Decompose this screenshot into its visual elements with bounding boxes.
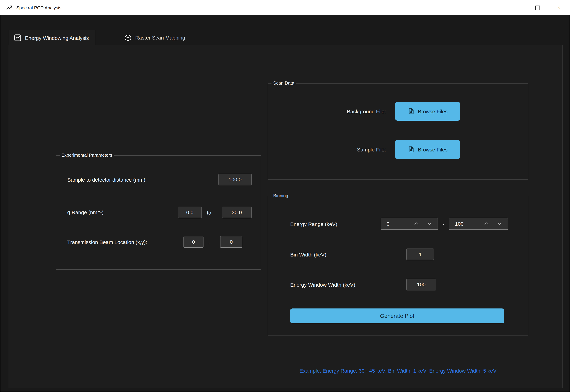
sample-file-label: Sample File: — [289, 140, 386, 159]
tab-label: Energy Windowing Analysis — [25, 35, 89, 41]
beam-location-label: Transmission Beam Location (x,y): — [67, 236, 147, 248]
window-title: Spectral PCD Analysis — [16, 5, 61, 10]
q-min-input[interactable] — [178, 207, 202, 218]
increment-button[interactable] — [410, 219, 423, 229]
minimize-button[interactable]: – — [505, 0, 527, 15]
app-body: Energy Windowing Analysis Raster Scan Ma… — [0, 15, 570, 392]
bin-width-label: Bin Width (keV): — [290, 249, 328, 260]
spinbox-value: 100 — [449, 221, 464, 227]
close-button[interactable]: × — [548, 0, 570, 15]
generate-plot-label: Generate Plot — [380, 313, 414, 319]
window-controls: – × — [505, 0, 570, 15]
energy-window-width-input[interactable] — [406, 279, 436, 291]
experimental-parameters-group: Experimental Parameters Sample to detect… — [56, 155, 261, 270]
tab-raster-scan[interactable]: Raster Scan Mapping — [119, 30, 192, 45]
energy-min-spinbox[interactable]: 0 — [381, 218, 438, 230]
q-range-label: q Range (nm⁻¹) — [67, 207, 103, 218]
increment-button[interactable] — [480, 219, 493, 229]
browse-background-button[interactable]: Browse Files — [395, 102, 460, 121]
maximize-icon — [535, 5, 540, 10]
browse-button-label: Browse Files — [418, 146, 448, 152]
titlebar: Spectral PCD Analysis – × — [0, 0, 570, 15]
q-max-input[interactable] — [222, 207, 252, 218]
generate-plot-button[interactable]: Generate Plot — [290, 308, 504, 323]
group-title: Binning — [271, 193, 290, 198]
q-range-separator: to — [203, 207, 215, 218]
distance-label: Sample to detector distance (mm) — [67, 174, 145, 185]
close-icon: × — [557, 4, 561, 11]
tab-energy-windowing[interactable]: Energy Windowing Analysis — [9, 30, 96, 45]
maximize-button[interactable] — [527, 0, 548, 15]
file-search-icon — [408, 108, 415, 115]
browse-sample-button[interactable]: Browse Files — [395, 140, 460, 159]
file-search-icon — [408, 146, 415, 153]
spinbox-value: 0 — [381, 221, 389, 227]
cube-icon — [124, 34, 132, 42]
beam-y-input[interactable] — [220, 236, 242, 248]
energy-range-label: Energy Range (keV): — [290, 218, 339, 230]
energy-max-spinbox[interactable]: 100 — [449, 218, 508, 230]
decrement-button[interactable] — [493, 219, 506, 229]
group-title: Experimental Parameters — [60, 153, 114, 158]
scan-data-group: Scan Data Background File: Browse Files … — [268, 83, 528, 180]
spin-buttons — [410, 219, 436, 229]
beam-separator: , — [203, 236, 215, 248]
app-chart-icon — [6, 4, 13, 11]
spin-buttons — [480, 219, 506, 229]
beam-x-input[interactable] — [184, 236, 203, 248]
bin-width-input[interactable] — [406, 249, 434, 260]
app-window: Spectral PCD Analysis – × — [0, 0, 570, 392]
group-title: Scan Data — [271, 80, 296, 86]
example-hint: Example: Energy Range: 30 - 45 keV; Bin … — [268, 368, 528, 374]
binning-group: Binning Energy Range (keV): 0 - — [268, 196, 528, 336]
energy-range-separator: - — [440, 218, 447, 230]
browse-button-label: Browse Files — [418, 108, 448, 114]
distance-input[interactable] — [218, 174, 252, 185]
line-chart-icon — [14, 34, 21, 42]
background-file-label: Background File: — [289, 102, 386, 121]
minimize-icon: – — [514, 4, 517, 11]
decrement-button[interactable] — [423, 219, 436, 229]
tab-label: Raster Scan Mapping — [135, 35, 185, 41]
energy-window-width-label: Energy Window Width (keV): — [290, 279, 356, 291]
